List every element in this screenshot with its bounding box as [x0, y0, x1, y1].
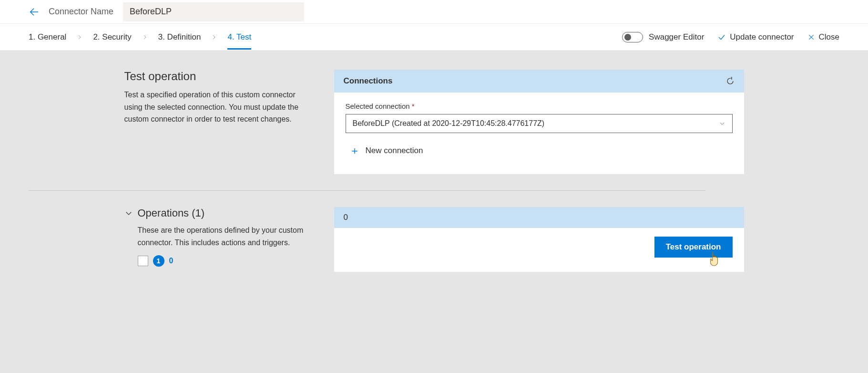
step-security[interactable]: 2. Security — [93, 25, 131, 50]
close-label: Close — [819, 32, 839, 42]
connector-name-input[interactable] — [123, 2, 304, 21]
operations-heading[interactable]: Operations (1) — [124, 207, 315, 219]
connections-heading: Connections — [344, 76, 393, 86]
required-asterisk: * — [412, 102, 415, 110]
new-connection-label: New connection — [366, 146, 423, 155]
operations-description-col: Operations (1) These are the operations … — [124, 207, 315, 272]
operations-heading-text: Operations (1) — [138, 207, 205, 219]
selected-connection-value: BeforeDLP (Created at 2020-12-29T10:45:2… — [353, 119, 545, 128]
connections-panel-header: Connections — [334, 70, 744, 93]
operations-badges: 1 0 — [138, 255, 315, 267]
selected-connection-label: Selected connection * — [346, 102, 733, 110]
chevron-right-icon — [142, 34, 148, 40]
operation-panel: 0 Test operation — [334, 207, 744, 272]
operation-panel-col: 0 Test operation — [334, 207, 744, 272]
content-area: Test operation Test a specified operatio… — [0, 51, 868, 373]
connections-panel: Connections Selected connection * Before… — [334, 70, 744, 174]
checkmark-icon — [717, 33, 726, 41]
chevron-down-icon — [124, 209, 133, 218]
steps-bar: 1. General 2. Security 3. Definition 4. … — [0, 24, 868, 51]
steps-nav: 1. General 2. Security 3. Definition 4. … — [29, 25, 251, 50]
back-button[interactable] — [29, 7, 39, 17]
refresh-icon[interactable] — [726, 77, 735, 85]
step-definition[interactable]: 3. Definition — [158, 25, 201, 50]
step-general[interactable]: 1. General — [29, 25, 66, 50]
selected-connection-dropdown[interactable]: BeforeDLP (Created at 2020-12-29T10:45:2… — [346, 114, 733, 133]
update-connector-label: Update connector — [730, 32, 794, 42]
operation-panel-header: 0 — [334, 207, 744, 228]
test-row: Test operation Test a specified operatio… — [96, 70, 773, 174]
connections-col: Connections Selected connection * Before… — [334, 70, 744, 174]
test-operation-desc: Test a specified operation of this custo… — [124, 89, 315, 125]
header-actions: Swagger Editor Update connector Close — [622, 32, 839, 42]
test-operation-title: Test operation — [124, 70, 315, 83]
top-header: Connector Name — [0, 0, 868, 24]
test-description-col: Test operation Test a specified operatio… — [124, 70, 315, 174]
connector-name-label: Connector Name — [49, 7, 113, 17]
toggle-knob-icon — [624, 34, 631, 41]
arrow-left-icon — [29, 7, 39, 17]
chevron-right-icon — [77, 34, 82, 40]
close-button[interactable]: Close — [807, 32, 839, 42]
plus-icon: ＋ — [349, 144, 360, 158]
connections-panel-body: Selected connection * BeforeDLP (Created… — [334, 93, 744, 174]
close-icon — [807, 33, 815, 41]
test-operation-button[interactable]: Test operation — [654, 237, 733, 258]
operation-badge-circle[interactable]: 1 — [153, 255, 164, 267]
operations-row: Operations (1) These are the operations … — [96, 207, 773, 272]
test-button-row: Test operation — [334, 228, 744, 272]
operations-desc: These are the operations defined by your… — [138, 224, 315, 249]
update-connector-button[interactable]: Update connector — [717, 32, 794, 42]
section-divider — [29, 190, 705, 191]
chevron-down-icon — [719, 120, 725, 127]
swagger-toggle[interactable] — [622, 32, 643, 42]
step-test[interactable]: 4. Test — [227, 25, 251, 50]
operations-checkbox[interactable] — [138, 256, 148, 266]
new-connection-button[interactable]: ＋ New connection — [346, 144, 733, 158]
operation-badge-number[interactable]: 0 — [169, 257, 174, 265]
swagger-label: Swagger Editor — [649, 32, 704, 42]
chevron-right-icon — [211, 34, 217, 40]
